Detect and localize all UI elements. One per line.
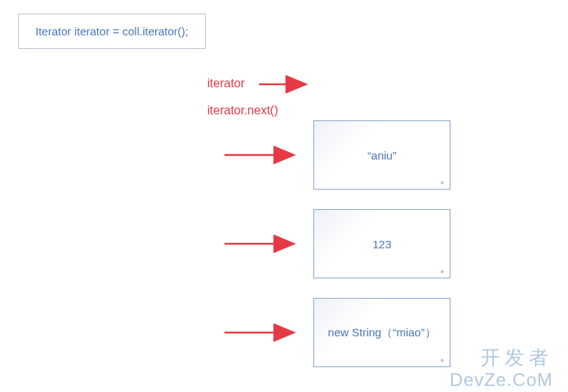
code-declaration-box: Iterator iterator = coll.iterator(); [18, 14, 206, 49]
iterator-next-label: iterator.next() [207, 104, 278, 117]
collection-item-value: “aniu” [368, 149, 396, 162]
arrow-iterator-icon [258, 75, 318, 93]
collection-item-value: new String（“miao”） [328, 326, 435, 340]
collection-item-box: “aniu” [313, 120, 450, 190]
arrow-to-box-icon [223, 235, 306, 253]
resize-handle-icon [441, 359, 444, 362]
iterator-label: iterator [207, 77, 245, 90]
collection-item-box: new String（“miao”） [313, 298, 450, 367]
watermark-cn-text: 开发者 [481, 345, 553, 371]
code-declaration-text: Iterator iterator = coll.iterator(); [35, 25, 188, 38]
collection-item-value: 123 [372, 238, 391, 251]
resize-handle-icon [441, 181, 444, 184]
resize-handle-icon [441, 270, 444, 273]
arrow-to-box-icon [223, 146, 306, 164]
arrow-to-box-icon [223, 324, 306, 342]
watermark-en-text: DevZe.CoM [450, 369, 553, 390]
collection-item-box: 123 [313, 209, 450, 278]
